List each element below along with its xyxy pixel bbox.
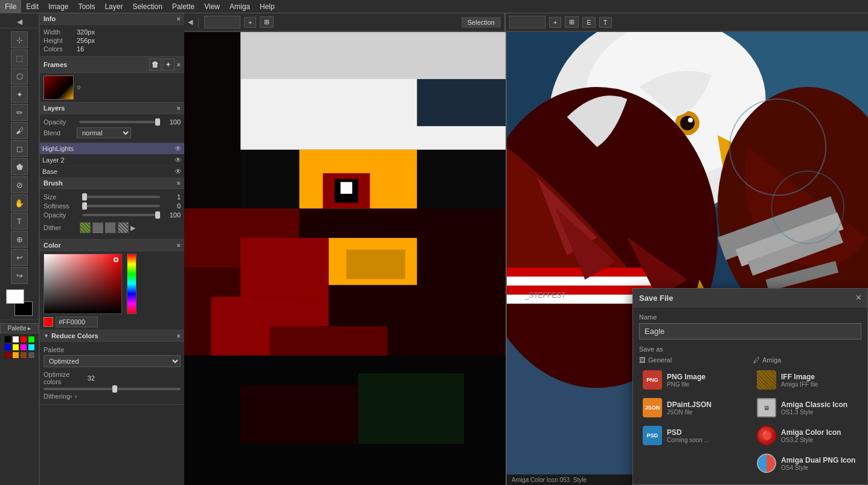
layer-highlights-visibility[interactable]: 👁 [175,144,182,153]
dither-swatch-4[interactable] [118,222,129,233]
layer-2[interactable]: Layer 2 👁 [40,155,184,166]
palette-button[interactable]: Palette ▸ [0,323,39,333]
tool-move[interactable]: ⊹ [11,31,28,48]
menu-help[interactable]: Help [255,0,280,13]
layer-base[interactable]: Base 👁 [40,166,184,178]
swatch-1[interactable] [12,336,19,343]
tool-undo[interactable]: ↩ [11,249,28,266]
menu-view[interactable]: View [199,0,225,13]
layers-panel-close[interactable]: × [177,104,181,112]
save-option-amiga-color[interactable]: 🔴 Amiga Color Icon OS3.2 Style [753,423,861,448]
color-gradient[interactable] [43,254,122,314]
menu-palette[interactable]: Palette [167,0,199,13]
brush-panel-close[interactable]: × [177,179,181,187]
color-panel-header[interactable]: Color × [40,240,184,251]
save-option-json[interactable]: JSON DPaint.JSON JSON file [639,395,747,420]
menu-layer[interactable]: Layer [100,0,127,13]
color-picker-handle[interactable] [114,257,118,262]
menu-file[interactable]: File [0,0,21,13]
brush-panel-header[interactable]: Brush × [40,178,184,189]
menu-image[interactable]: Image [43,0,73,13]
color-hue-bar[interactable] [127,254,137,314]
frames-delete-btn[interactable]: 🗑 [149,59,161,71]
tool-select-free[interactable]: ⬡ [11,68,28,85]
save-dialog-close-btn[interactable]: × [856,292,861,303]
collapse-left-btn[interactable]: ◀ [17,18,22,26]
tool-fill[interactable]: ⬟ [11,158,28,175]
ref-t-btn[interactable]: T [599,17,612,28]
layers-panel-header[interactable]: Layers × [40,103,184,114]
zoom-in-btn[interactable]: + [244,17,256,28]
tool-select-rect[interactable]: ⬚ [11,50,28,66]
frames-panel-close[interactable]: × [177,61,181,68]
foreground-color-swatch[interactable] [6,289,24,304]
main-canvas[interactable] [184,32,506,485]
layer-base-visibility[interactable]: 👁 [175,167,182,176]
layer-highlights[interactable]: HighLights 👁 [40,143,184,155]
ref-zoom-input[interactable]: 200% [509,16,545,28]
save-option-png[interactable]: PNG PNG Image PNG file [639,367,747,393]
dither-swatch-3[interactable] [105,222,116,233]
swatch-9[interactable] [12,352,19,359]
info-panel-close[interactable]: × [177,15,181,22]
swatch-10[interactable] [20,352,27,359]
opacity-slider[interactable] [79,121,160,123]
save-option-psd[interactable]: PSD PSD Coming soon ... [639,423,747,448]
swatch-5[interactable] [12,344,19,351]
menu-amiga[interactable]: Amiga [225,0,255,13]
ref-zoom-in-btn[interactable]: + [549,17,561,28]
swatch-2[interactable] [20,336,27,343]
tool-eraser[interactable]: ◻ [11,140,28,157]
dither-prev-btn[interactable]: ‹ [70,393,72,400]
frames-panel-header[interactable]: Frames 🗑 + × [40,57,184,73]
swatch-6[interactable] [20,344,27,351]
save-option-amiga-dual[interactable]: Amiga Dual PNG Icon OS4 Style [753,451,861,476]
menu-tools[interactable]: Tools [73,0,100,13]
menu-edit[interactable]: Edit [21,0,43,13]
zoom-input[interactable]: 1310% [204,16,240,28]
dither-swatch-2[interactable] [92,222,103,233]
dither-swatch-1[interactable] [80,222,91,233]
swatch-3[interactable] [28,336,35,343]
ref-canvas[interactable]: _STEFFEST Save File × Name [506,32,868,485]
dither-next-btn[interactable]: › [75,393,77,400]
tool-eyedrop[interactable]: ⊘ [11,176,28,193]
save-option-amiga-classic[interactable]: 🖥 Amiga Classic Icon OS1.3 Style [753,395,861,420]
frames-add-btn[interactable]: + [162,59,175,71]
save-name-input[interactable] [639,323,861,339]
reduce-colors-panel-header[interactable]: ▼ Reduce Colors × [40,330,184,342]
color-panel-close[interactable]: × [177,242,181,249]
blend-select[interactable]: normal multiply screen overlay [77,127,131,138]
tool-redo[interactable]: ↪ [11,267,28,284]
left-collapse-btn[interactable]: ◀ [188,18,193,26]
dither-arrow[interactable]: ▶ [130,224,135,232]
brush-softness-slider[interactable] [82,205,160,207]
reduce-palette-row: Palette [43,346,181,353]
tool-hand[interactable]: ✋ [11,194,28,211]
selection-tab[interactable]: Selection [461,17,501,28]
zoom-fit-btn[interactable]: ⊞ [260,16,274,28]
swatch-4[interactable] [4,344,11,351]
tool-zoom[interactable]: ⊕ [11,231,28,248]
info-panel-header[interactable]: Info × [40,13,184,25]
tool-text[interactable]: T [11,213,28,230]
ref-zoom-fit-btn[interactable]: ⊞ [565,16,579,28]
reduce-palette-select[interactable]: Optimized WebSafe Adaptive [43,355,181,367]
swatch-0[interactable] [4,336,11,343]
swatch-7[interactable] [28,344,35,351]
brush-opacity-slider[interactable] [82,214,160,216]
tool-pencil[interactable]: ✏ [11,104,28,121]
frame-thumbnail[interactable] [43,75,74,100]
tool-select-magic[interactable]: ✦ [11,86,28,103]
swatch-8[interactable] [4,352,11,359]
color-hex-input[interactable] [56,316,98,327]
save-option-iff[interactable]: IFF Image Amiga IFF file [753,367,861,393]
optimize-slider[interactable] [43,388,181,390]
menu-selection[interactable]: Selection [127,0,167,13]
swatch-11[interactable] [28,352,35,359]
layer-2-visibility[interactable]: 👁 [175,156,182,164]
brush-size-slider[interactable] [82,196,160,198]
tool-brush[interactable]: 🖌 [11,122,28,139]
reduce-colors-close[interactable]: × [177,332,181,339]
ref-e-btn[interactable]: E [582,17,595,28]
